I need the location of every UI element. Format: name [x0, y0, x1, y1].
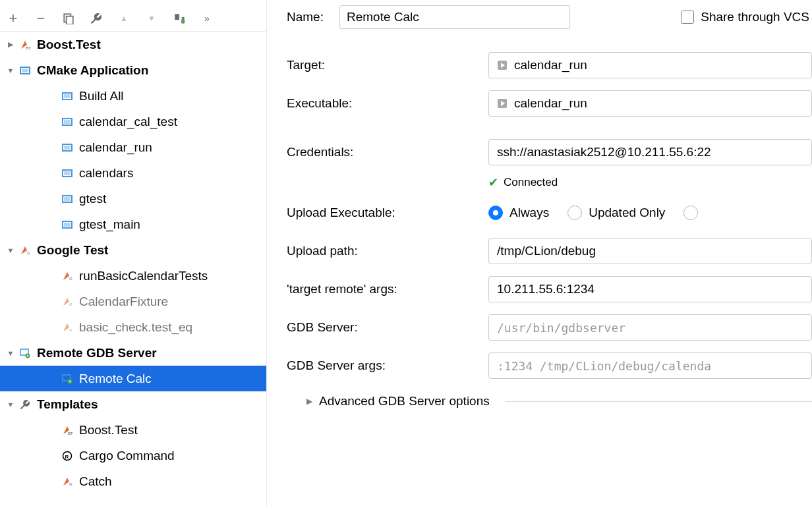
google-test-icon — [17, 244, 33, 257]
tree-node-basic-check[interactable]: basic_check.test_eq — [0, 314, 266, 340]
upload-exe-label: Upload Executable: — [287, 206, 488, 220]
executable-select[interactable]: calendar_run — [488, 90, 812, 117]
move-down-button[interactable]: ▼ — [144, 11, 160, 26]
target-label: Target: — [287, 58, 488, 72]
tree-node-boost-test[interactable]: ▶ Boost.Test — [0, 32, 266, 57]
tree-label: runBasicCalendarTests — [79, 269, 208, 283]
tree-label: gtest — [79, 192, 106, 206]
save-config-button[interactable] — [171, 11, 187, 26]
tree-node-tpl-boost[interactable]: Boost.Test — [0, 417, 266, 443]
tree-node-build-all[interactable]: Build All — [0, 83, 266, 109]
tree-node-remote-calc[interactable]: Remote Calc — [0, 366, 266, 391]
tree-label: Remote GDB Server — [37, 346, 157, 360]
radio-icon — [488, 206, 503, 220]
cmake-app-icon — [59, 192, 75, 206]
tree-node-tpl-catch[interactable]: Catch — [0, 468, 266, 494]
add-button[interactable]: + — [5, 11, 21, 26]
tree-node-calendars[interactable]: calendars — [0, 160, 266, 186]
gdb-args-input[interactable] — [488, 352, 812, 379]
collapse-arrow-icon: ▼ — [4, 246, 17, 254]
collapse-arrow-icon: ▼ — [4, 401, 17, 408]
connected-status: Connected — [504, 176, 558, 189]
wrench-icon — [17, 398, 33, 411]
executable-value: calendar_run — [514, 96, 587, 111]
move-up-button[interactable]: ▲ — [116, 11, 132, 26]
radio-always[interactable]: Always — [488, 206, 549, 220]
expand-arrow-icon: ▶ — [4, 40, 17, 49]
boost-test-icon — [17, 38, 33, 51]
target-remote-label: 'target remote' args: — [287, 282, 488, 296]
tree-label: CMake Application — [37, 63, 148, 78]
edit-templates-button[interactable] — [88, 11, 104, 26]
tree-node-templates[interactable]: ▼ Templates — [0, 391, 266, 417]
cmake-app-icon — [17, 64, 33, 77]
google-test-icon — [59, 269, 75, 283]
tree-node-calendar-cal-test[interactable]: calendar_cal_test — [0, 109, 266, 134]
tree-label: Remote Calc — [79, 372, 152, 386]
tree-node-remote-gdb[interactable]: ▼ Remote GDB Server — [0, 340, 266, 366]
name-label: Name: — [287, 10, 324, 24]
tree-toolbar: + − ▲ ▼ » — [0, 5, 266, 32]
cmake-app-icon — [59, 141, 75, 154]
tree-node-gtest[interactable]: gtest — [0, 186, 266, 211]
share-vcs-checkbox[interactable]: Share through VCS — [681, 10, 812, 24]
divider — [506, 401, 812, 402]
tree-node-calendar-fixture[interactable]: CalendarFixture — [0, 289, 266, 314]
remote-gdb-icon — [17, 347, 33, 360]
google-test-icon — [59, 321, 75, 334]
radio-icon — [683, 206, 698, 220]
tree-label: calendars — [79, 166, 133, 181]
radio-label: Always — [509, 206, 549, 220]
tree-label: Cargo Command — [79, 449, 175, 463]
target-select[interactable]: calendar_run — [488, 52, 812, 78]
target-value: calendar_run — [514, 58, 587, 72]
upload-path-label: Upload path: — [287, 244, 488, 258]
radio-updated-only[interactable]: Updated Only — [567, 206, 665, 220]
credentials-value: ssh://anastasiak2512@10.211.55.6:22 — [497, 145, 711, 159]
upload-path-input[interactable] — [488, 238, 812, 264]
advanced-options-label: Advanced GDB Server options — [319, 394, 490, 408]
gdb-server-input[interactable] — [488, 314, 812, 341]
collapse-arrow-icon: ▼ — [4, 349, 17, 357]
gdb-server-label: GDB Server: — [287, 320, 488, 335]
expand-arrow-icon: ▶ — [306, 397, 312, 406]
tree-label: Boost.Test — [79, 423, 138, 437]
share-vcs-input[interactable] — [681, 11, 694, 24]
advanced-options-toggle[interactable]: ▶ Advanced GDB Server options — [287, 394, 812, 408]
exe-icon — [497, 98, 508, 109]
tree-label: Build All — [79, 89, 124, 103]
copy-button[interactable] — [61, 11, 76, 26]
tree-label: calendar_run — [79, 140, 152, 155]
catch-icon — [59, 475, 75, 488]
config-form: Name: Share through VCS Target: calendar… — [267, 0, 812, 506]
name-input[interactable] — [339, 5, 570, 29]
tree-node-google-test[interactable]: ▼ Google Test — [0, 237, 266, 263]
boost-test-icon — [59, 424, 75, 437]
tree-node-cmake-app[interactable]: ▼ CMake Application — [0, 57, 266, 83]
target-remote-input[interactable] — [488, 276, 812, 302]
tree-node-gtest-main[interactable]: gtest_main — [0, 211, 266, 237]
google-test-icon — [59, 295, 75, 308]
tree-node-calendar-run[interactable]: calendar_run — [0, 134, 266, 160]
tree-label: calendar_cal_test — [79, 115, 177, 129]
tree-node-tpl-cargo[interactable]: Cargo Command — [0, 443, 266, 468]
remote-gdb-icon — [59, 372, 75, 385]
tree-label: Catch — [79, 474, 112, 489]
tree-label: Boost.Test — [37, 38, 101, 52]
tree-label: CalendarFixture — [79, 295, 168, 309]
tree-node-run-basic-tests[interactable]: runBasicCalendarTests — [0, 263, 266, 289]
credentials-select[interactable]: ssh://anastasiak2512@10.211.55.6:22 — [488, 139, 812, 165]
cmake-app-icon — [59, 90, 75, 103]
more-button[interactable]: » — [199, 11, 215, 26]
radio-third[interactable] — [683, 206, 698, 220]
cmake-app-icon — [59, 218, 75, 231]
cmake-app-icon — [59, 167, 75, 180]
tree-label: Templates — [37, 397, 98, 412]
config-tree: + − ▲ ▼ » ▶ Boost.Test ▼ CMake Applicati… — [0, 0, 267, 506]
remove-button[interactable]: − — [33, 11, 49, 26]
cmake-app-icon — [59, 115, 75, 128]
gdb-args-label: GDB Server args: — [287, 358, 488, 373]
tree-label: basic_check.test_eq — [79, 320, 192, 335]
radio-label: Updated Only — [589, 206, 665, 220]
tree-label: gtest_main — [79, 217, 140, 232]
